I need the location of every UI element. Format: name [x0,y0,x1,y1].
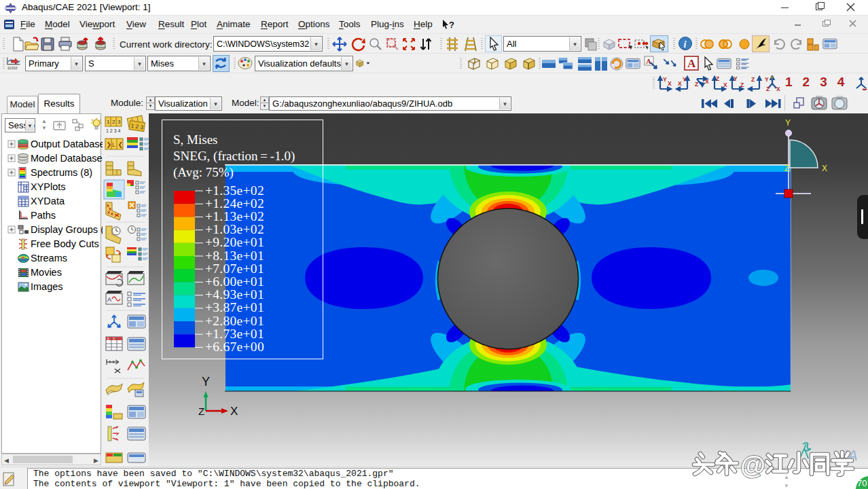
svg-text:Z: Z [751,76,755,83]
svg-text:+4.93e+01: +4.93e+01 [205,287,264,302]
svg-text:2: 2 [112,119,115,125]
svg-text:Z: Z [784,164,789,173]
svg-text:x: x [107,210,110,215]
svg-text:11010: 11010 [7,66,18,70]
svg-text:Y: Y [770,75,774,80]
svg-text:X: X [723,82,727,88]
svg-text:❮: ❮ [118,141,124,149]
svg-text:+6.00e+01: +6.00e+01 [205,274,264,289]
svg-text:❯: ❯ [107,141,112,149]
svg-text:@: @ [740,451,765,479]
svg-text:+1.03e+02: +1.03e+02 [205,222,264,236]
svg-text:Y: Y [663,76,667,83]
svg-text:+6.67e+00: +6.67e+00 [205,340,264,354]
svg-text:?: ? [449,20,454,30]
svg-text:+1.73e+01: +1.73e+01 [205,327,264,341]
svg-text:1 2 3 4: 1 2 3 4 [106,128,121,133]
svg-text:A: A [646,57,651,65]
svg-text:+8.13e+01: +8.13e+01 [205,249,264,263]
svg-text:1: 1 [107,119,110,125]
svg-text:X: X [678,80,682,87]
svg-text:+1.13e+02: +1.13e+02 [205,209,264,223]
svg-text:+3.87e+01: +3.87e+01 [205,300,264,314]
svg-text:X: X [230,405,238,416]
svg-text:+2.80e+01: +2.80e+01 [205,314,264,328]
svg-text:X: X [776,86,780,92]
svg-text:Z: Z [766,86,770,92]
svg-text:Z: Z [716,75,719,82]
svg-text:Z: Z [740,82,744,88]
svg-text:x: x [111,211,113,216]
svg-text:Y: Y [765,76,769,83]
svg-text:Y: Y [785,118,791,128]
svg-text:X: X [705,78,709,85]
svg-text:i: i [684,39,687,50]
svg-text:+7.07e+01: +7.07e+01 [205,261,264,276]
svg-text:Z: Z [695,81,698,88]
svg-text:L: L [112,141,115,148]
svg-text:+9.20e+01: +9.20e+01 [205,235,264,249]
svg-text:Y: Y [202,375,210,388]
svg-text:X: X [668,80,672,87]
svg-text:70: 70 [857,478,867,488]
svg-text:Z: Z [198,405,204,416]
svg-text:A: A [107,296,111,303]
svg-text:Y: Y [734,75,738,82]
svg-text:A: A [687,57,696,70]
svg-text:X: X [822,164,827,173]
svg-text:+1.24e+02: +1.24e+02 [205,196,264,211]
svg-text:3: 3 [117,119,121,125]
svg-text:Y: Y [683,76,687,83]
